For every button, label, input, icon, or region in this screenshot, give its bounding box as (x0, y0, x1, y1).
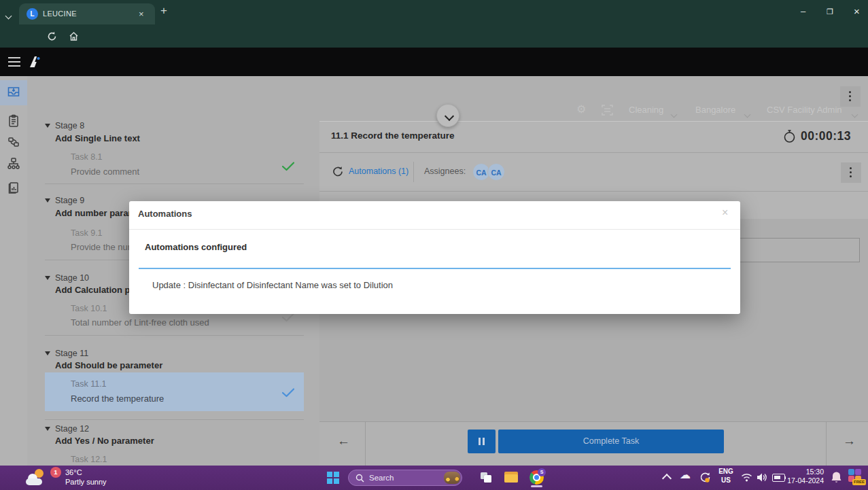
stage10-name[interactable]: Add Calculation par (55, 285, 139, 295)
automations-link[interactable]: Automations (1) (349, 167, 409, 176)
onedrive-cloud-icon[interactable]: ☁ (680, 468, 691, 481)
leucine-logo[interactable] (27, 54, 42, 69)
org-hierarchy-icon[interactable] (7, 157, 20, 171)
search-daily-image[interactable] (444, 472, 460, 484)
tab-search-icon[interactable] (6, 9, 11, 21)
modal-tab-underline (139, 268, 731, 269)
home-button[interactable] (69, 31, 79, 41)
scan-icon[interactable] (602, 105, 613, 116)
pause-task-button[interactable] (468, 430, 496, 453)
stage9-task-id[interactable]: Task 9.1 (71, 228, 103, 238)
stopwatch-icon (783, 129, 796, 143)
automation-entry: Update : Disinfectant of Disinfectant Na… (152, 280, 393, 290)
stage10-task-name[interactable]: Total number of Lint-free cloth used (71, 317, 209, 328)
stage11-name[interactable]: Add Should be parameter (55, 360, 162, 370)
chevron-down-icon (445, 111, 454, 121)
report-icon[interactable] (7, 181, 20, 194)
window-close-button[interactable]: × (854, 5, 860, 17)
stage9-name[interactable]: Add number parame (55, 208, 141, 218)
stage8-collapse-icon[interactable] (45, 124, 50, 128)
task-kebab-menu[interactable] (841, 162, 861, 183)
task-title: 11.1 Record the temperature (331, 130, 455, 141)
modal-close-icon[interactable]: × (722, 207, 728, 219)
new-tab-button[interactable]: + (160, 4, 167, 18)
selected-task-highlight[interactable] (45, 372, 304, 411)
window-minimize-button[interactable]: – (801, 6, 805, 16)
stage12-task-id[interactable]: Task 12.1 (71, 455, 107, 464)
assignees-label: Assignees: (424, 167, 466, 176)
stage8-label[interactable]: Stage 8 (55, 121, 84, 130)
complete-task-label: Complete Task (498, 436, 724, 446)
weather-badge: 1 (50, 467, 61, 478)
modal-section-title[interactable]: Automations configured (145, 242, 247, 252)
complete-task-button[interactable]: Complete Task (498, 430, 724, 453)
collapse-task-button[interactable] (436, 104, 459, 127)
stage9-task-name[interactable]: Provide the num (71, 242, 135, 252)
automations-modal: Automations × Automations configured Upd… (129, 201, 740, 314)
settings-gear-icon[interactable]: ⚙ (576, 103, 586, 116)
stage10-label[interactable]: Stage 10 (55, 273, 89, 283)
stage11-task-name[interactable]: Record the temperature (71, 393, 164, 404)
volume-icon[interactable] (757, 472, 767, 483)
reload-button[interactable] (47, 31, 57, 41)
browser-titlebar: L LEUCINE × + – ❐ × (0, 0, 868, 24)
tab-favicon: L (27, 8, 38, 20)
language-indicator[interactable]: ENG (717, 468, 735, 475)
stage9-collapse-icon[interactable] (45, 198, 50, 203)
weather-condition[interactable]: Partly sunny (65, 478, 107, 486)
stage12-collapse-icon[interactable] (45, 427, 50, 431)
stage12-name[interactable]: Add Yes / No parameter (55, 436, 154, 446)
action-bar-divider (365, 422, 366, 466)
stage10-task-id[interactable]: Task 10.1 (71, 304, 107, 313)
start-button[interactable] (327, 472, 339, 484)
clock-date[interactable]: 17-04-2024 (775, 476, 824, 485)
task-timer: 00:00:13 (801, 129, 851, 143)
process-dropdown[interactable]: Cleaning (629, 105, 663, 115)
chrome-icon[interactable]: S (530, 470, 544, 485)
next-task-button[interactable]: → (843, 434, 856, 449)
browser-tab[interactable]: L LEUCINE × (19, 3, 155, 24)
previous-task-button[interactable]: ← (337, 434, 350, 449)
stage11-check-icon (282, 388, 294, 398)
active-app-indicator (531, 485, 542, 487)
tab-close-icon[interactable]: × (139, 9, 144, 19)
icon-rail (0, 76, 28, 466)
process-dropdown-chevron-icon[interactable] (672, 107, 676, 120)
stage8-task-name[interactable]: Provide comment (71, 167, 139, 177)
checklist-clipboard-icon[interactable] (7, 114, 20, 128)
stage8-name[interactable]: Add Single Line text (55, 133, 140, 143)
site-dropdown-chevron-icon[interactable] (745, 107, 750, 120)
search-icon (355, 474, 364, 483)
file-explorer-icon[interactable] (504, 472, 518, 483)
stage8-task-id[interactable]: Task 8.1 (71, 152, 103, 162)
hamburger-menu-icon[interactable] (8, 57, 20, 67)
clock-time[interactable]: 15:30 (775, 468, 824, 476)
taskbar-search[interactable]: Search (348, 470, 462, 486)
window-maximize-button[interactable]: ❐ (827, 7, 833, 16)
role-dropdown[interactable]: CSV Facility Admin (767, 105, 842, 115)
language-region[interactable]: US (717, 476, 735, 484)
stage9-label[interactable]: Stage 9 (55, 196, 84, 205)
workflow-icon[interactable] (7, 135, 20, 149)
task-subheader: Automations (1) Assignees: CA CA (319, 153, 868, 192)
app-header: Leucine ⚙ Cleaning Bangalore CSV Facilit… (0, 48, 868, 76)
action-bar-divider (826, 422, 827, 466)
sync-icon[interactable] (699, 471, 711, 483)
assignee-avatar[interactable]: CA (487, 163, 505, 181)
stage10-collapse-icon[interactable] (45, 276, 50, 280)
notification-bell-icon[interactable] (831, 471, 842, 484)
role-dropdown-chevron-icon[interactable] (852, 107, 857, 120)
stage11-label[interactable]: Stage 11 (55, 349, 88, 358)
weather-widget-icon[interactable] (26, 468, 45, 487)
tray-overflow-chevron-icon[interactable] (662, 474, 672, 483)
stage11-collapse-icon[interactable] (45, 351, 50, 355)
automations-refresh-icon[interactable] (332, 166, 343, 177)
task-view-icon[interactable] (481, 472, 492, 483)
stage12-label[interactable]: Stage 12 (55, 424, 89, 434)
page-kebab-menu[interactable] (840, 86, 861, 107)
weather-temperature[interactable]: 36°C (65, 468, 82, 476)
stage11-task-id[interactable]: Task 11.1 (71, 379, 107, 389)
site-dropdown[interactable]: Bangalore (695, 105, 735, 115)
wifi-icon[interactable] (741, 473, 752, 482)
inbox-icon[interactable] (7, 85, 20, 99)
